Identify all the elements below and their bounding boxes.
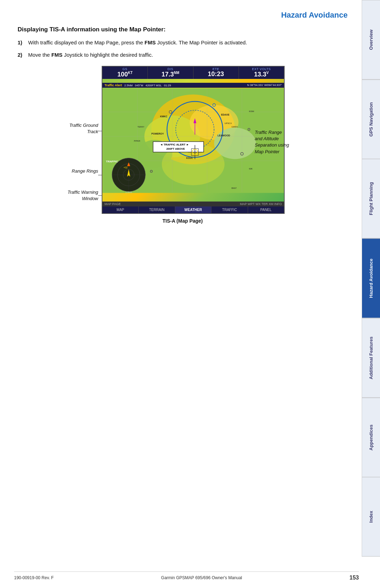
footer-manual-title: Garmin GPSMAP 695/696 Owner's Manual <box>161 575 242 580</box>
map-header-ext-volts: EXT VOLTS 13.3V <box>239 67 284 79</box>
footer-revision: 190-00919-00 Rev. F <box>14 575 54 580</box>
svg-text:GIRFA: GIRFA <box>232 126 238 128</box>
page-header: Hazard Avoidance <box>18 11 348 20</box>
map-header-bar: GS 100KT DIS 17.3NM ETE 10:23 EXT VOLTS … <box>102 67 284 79</box>
section-heading: Displaying TIS-A information using the M… <box>18 26 348 33</box>
svg-text:KMKC: KMKC <box>160 115 167 118</box>
svg-text:TERKY: TERKY <box>138 126 145 128</box>
map-footer-tabs[interactable]: MAP TERRAIN WEATHER TRAFFIC PANEL <box>102 206 284 213</box>
map-footer: MAP PAGE MAP WPT WX TER XM INFO MAP TERR… <box>102 202 284 213</box>
svg-text:51K: 51K <box>120 173 124 175</box>
annotation-traffic-warning-window: Traffic WarningWindow <box>59 189 98 202</box>
svg-text:EDAXE: EDAXE <box>221 113 229 116</box>
sidebar: Overview GPS Navigation Flight Planning … <box>362 0 380 557</box>
svg-text:POMEROY: POMEROY <box>151 132 164 135</box>
svg-text:KISM: KISM <box>249 110 254 112</box>
svg-text:PIPER: PIPER <box>134 140 141 142</box>
sidebar-tab-appendices[interactable]: Appendices <box>362 398 380 477</box>
svg-text:TRAFFIC: TRAFFIC <box>106 160 118 163</box>
svg-text:LEAWOOD: LEAWOOD <box>217 134 230 137</box>
svg-text:+02: +02 <box>124 166 128 169</box>
map-footer-tab-terrain[interactable]: TERRAIN <box>139 206 175 213</box>
svg-text:UPSCX: UPSCX <box>224 122 232 124</box>
map-footer-tab-map[interactable]: MAP <box>102 206 139 213</box>
sidebar-tab-flight-planning[interactable]: Flight Planning <box>362 159 380 239</box>
page-number: 153 <box>349 575 359 581</box>
instruction-item-1: 1) With traffic displayed on the Map Pag… <box>18 39 348 47</box>
map-header-dis: DIS 17.3NM <box>148 67 193 79</box>
sidebar-tab-hazard-avoidance[interactable]: Hazard Avoidance <box>362 239 380 318</box>
map-footer-tab-panel[interactable]: PANEL <box>248 206 284 213</box>
traffic-alert-bar: Traffic Alert 2.5NM 045°M 4200FT MSL 01:… <box>102 83 284 88</box>
sidebar-tab-additional-features[interactable]: Additional Features <box>362 318 380 398</box>
page-title: Hazard Avoidance <box>18 11 348 20</box>
annotation-traffic-ground-track: Traffic GroundTrack <box>59 122 98 135</box>
sidebar-tab-overview[interactable]: Overview <box>362 0 380 80</box>
svg-text:KOJC: KOJC <box>186 157 193 159</box>
map-header-ete: ETE 10:23 <box>194 67 239 79</box>
map-caption: TIS-A (Map Page) <box>59 218 306 224</box>
sidebar-tab-index[interactable]: Index <box>362 477 380 557</box>
annotation-range-rings: Range Rings <box>59 168 98 174</box>
map-header-gs: GS 100KT <box>102 67 148 79</box>
sidebar-tab-gps-navigation[interactable]: GPS Navigation <box>362 80 380 159</box>
svg-text:BK97: BK97 <box>232 187 237 189</box>
svg-text:63K: 63K <box>249 168 253 170</box>
svg-text:200FT ABOVE: 200FT ABOVE <box>166 147 185 150</box>
main-content: Hazard Avoidance Displaying TIS-A inform… <box>0 0 362 238</box>
page-footer: 190-00919-00 Rev. F Garmin GPSMAP 695/69… <box>14 571 359 581</box>
map-footer-page-label: MAP PAGE MAP WPT WX TER XM INFO <box>102 202 284 206</box>
annotation-traffic-range-altitude: Traffic Rangeand AltitudeSeparation usin… <box>255 129 306 155</box>
svg-text:1.0nm: 1.0nm <box>125 191 132 193</box>
map-footer-tab-weather[interactable]: WEATHER <box>175 206 211 213</box>
instruction-item-2: 2) Move the FMS Joystick to highlight th… <box>18 51 348 59</box>
map-footer-tab-traffic[interactable]: TRAFFIC <box>211 206 248 213</box>
instruction-list: 1) With traffic displayed on the Map Pag… <box>18 39 348 59</box>
svg-text:◄  TRAFFIC ALERT  ►: ◄ TRAFFIC ALERT ► <box>160 143 189 146</box>
map-container: Traffic GroundTrack Range Rings Traffic … <box>59 66 306 224</box>
